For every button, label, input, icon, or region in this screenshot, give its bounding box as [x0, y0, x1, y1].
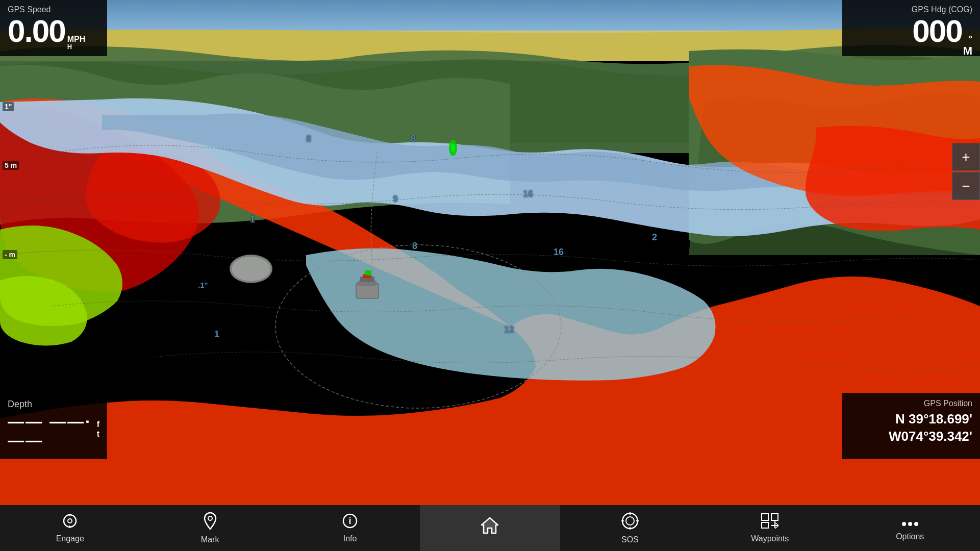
gps-speed-value: 0.00: [8, 15, 65, 47]
svg-point-4: [232, 257, 270, 281]
gps-speed-unit: MPH H: [67, 35, 86, 50]
mark-icon: [202, 512, 218, 533]
nav-bar: Engage Mark i Info: [0, 505, 980, 551]
svg-rect-27: [762, 522, 768, 528]
nav-sos[interactable]: SOS: [560, 505, 700, 551]
svg-rect-11: [365, 270, 371, 276]
scale-5m: 5 m: [3, 161, 19, 170]
engage-icon: [62, 513, 78, 532]
waypoints-icon: [761, 513, 779, 532]
depth-num-8b: 8: [411, 134, 416, 144]
map-svg: [0, 0, 980, 505]
svg-point-19: [622, 513, 638, 529]
nav-home[interactable]: [420, 505, 560, 551]
depth-num-1a: 1: [250, 214, 255, 225]
info-label: Info: [343, 534, 357, 543]
svg-text:i: i: [349, 516, 351, 526]
zoom-controls: + −: [952, 143, 980, 201]
map-area[interactable]: 1 9 8 8 16 8 16 12 2 1 .1" 1" 5 m - m GP…: [0, 0, 980, 505]
info-icon: i: [342, 513, 358, 532]
engage-label: Engage: [56, 534, 84, 543]
waypoints-label: Waypoints: [751, 534, 789, 543]
svg-point-32: [902, 522, 906, 526]
svg-point-13: [68, 519, 72, 523]
gps-lon: W074°39.342': [850, 428, 972, 445]
nav-waypoints[interactable]: Waypoints: [700, 505, 840, 551]
svg-point-20: [626, 517, 634, 525]
depth-num-16b: 16: [554, 247, 564, 258]
depth-num-12: 12: [504, 324, 514, 335]
depth-num-1b: 1: [214, 329, 219, 340]
depth-num-0-1: .1": [198, 281, 208, 289]
sos-label: SOS: [621, 535, 639, 544]
nav-options[interactable]: Options: [840, 505, 980, 551]
gps-lat: N 39°18.699': [850, 411, 972, 428]
mark-label: Mark: [201, 535, 219, 544]
nav-engage[interactable]: Engage: [0, 505, 140, 551]
svg-point-16: [208, 516, 212, 520]
depth-unit: f t: [97, 419, 99, 439]
gps-position-widget: GPS Position N 39°18.699' W074°39.342': [842, 393, 980, 459]
depth-num-16a: 16: [523, 189, 533, 199]
home-icon: [481, 517, 499, 537]
depth-value-dashes: —— ——·——: [8, 412, 94, 450]
svg-point-6: [451, 144, 455, 152]
zoom-out-button[interactable]: −: [952, 172, 980, 200]
depth-num-8c: 8: [412, 241, 417, 252]
sos-icon: [621, 512, 639, 533]
gps-position-label: GPS Position: [850, 399, 972, 408]
depth-num-9: 9: [393, 194, 398, 205]
gps-hdg-widget: GPS Hdg (COG) 000 °M: [842, 0, 980, 56]
depth-num-8a: 8: [306, 134, 311, 144]
nav-mark[interactable]: Mark: [140, 505, 280, 551]
depth-widget: Depth —— ——·—— f t: [0, 393, 107, 459]
svg-point-33: [908, 522, 912, 526]
depth-label: Depth: [8, 399, 99, 410]
scale-1in: 1": [3, 102, 14, 111]
options-icon: [901, 515, 919, 530]
options-label: Options: [896, 532, 924, 541]
svg-rect-25: [762, 514, 768, 520]
gps-speed-widget: GPS Speed 0.00 MPH H: [0, 0, 107, 56]
svg-point-34: [914, 522, 918, 526]
gps-hdg-value: 000: [912, 15, 962, 47]
zoom-in-button[interactable]: +: [952, 143, 980, 171]
svg-point-12: [64, 515, 76, 527]
gps-hdg-unit: °M: [963, 34, 972, 58]
svg-rect-26: [771, 514, 778, 520]
nav-info[interactable]: i Info: [280, 505, 420, 551]
scale-dash-m: - m: [3, 250, 17, 259]
depth-num-2: 2: [652, 232, 657, 243]
